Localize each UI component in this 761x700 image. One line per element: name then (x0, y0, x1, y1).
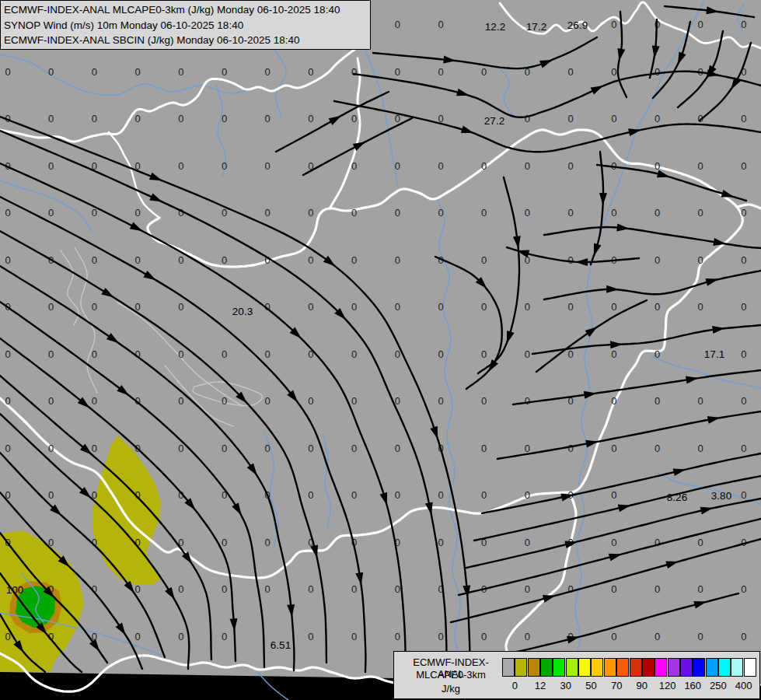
sbcin-zero-label: 0 (351, 66, 357, 78)
sbcin-zero-label: 0 (438, 160, 443, 172)
sbcin-zero-label: 0 (481, 348, 487, 360)
sbcin-zero-label: 0 (308, 254, 313, 266)
sbcin-zero-label: 0 (222, 207, 227, 219)
sbcin-zero-label: 0 (134, 113, 140, 124)
sbcin-zero-label: 0 (92, 207, 97, 219)
sbcin-zero-label: 0 (655, 254, 660, 266)
sbcin-zero-label: 0 (265, 160, 271, 172)
sbcin-zero-label: 0 (92, 348, 97, 360)
sbcin-zero-label: 0 (5, 348, 10, 360)
sbcin-zero-label: 0 (48, 160, 54, 172)
sbcin-zero-label: 0 (567, 443, 573, 454)
station-value-label: 26.9 (567, 19, 588, 31)
title-line-synop-wind: SYNOP Wind (m/s) 10m Monday 06-10-2025 1… (4, 18, 367, 33)
sbcin-zero-label: 0 (351, 348, 357, 360)
sbcin-zero-label: 0 (481, 160, 487, 172)
sbcin-zero-label: 0 (655, 443, 660, 454)
sbcin-zero-label: 0 (481, 254, 487, 266)
sbcin-zero-label: 0 (567, 113, 573, 124)
sbcin-zero-label: 0 (655, 301, 660, 313)
sbcin-zero-label: 0 (567, 160, 573, 172)
sbcin-zero-label: 0 (351, 207, 357, 219)
sbcin-zero-label: 0 (308, 395, 313, 407)
sbcin-zero-label: 0 (178, 254, 183, 266)
sbcin-zero-label: 0 (178, 113, 183, 124)
weather-map-canvas: 0000000000000000000000000000000000000000… (0, 0, 761, 700)
sbcin-zero-label: 0 (741, 489, 746, 501)
sbcin-zero-label: 0 (92, 254, 97, 266)
sbcin-zero-label: 0 (525, 631, 530, 642)
sbcin-zero-label: 0 (178, 395, 183, 407)
sbcin-zero-label: 0 (611, 489, 616, 501)
station-value-label: 27.2 (484, 115, 504, 127)
legend-swatch (744, 658, 756, 677)
sbcin-zero-label: 0 (48, 66, 54, 78)
sbcin-zero-label: 0 (351, 113, 357, 124)
sbcin-zero-label: 0 (741, 207, 746, 219)
sbcin-zero-label: 0 (222, 583, 227, 595)
sbcin-zero-label: 0 (308, 583, 313, 595)
sbcin-zero-label: 0 (222, 113, 227, 124)
sbcin-zero-label: 0 (308, 489, 313, 501)
sbcin-zero-label: 0 (698, 583, 703, 595)
sbcin-zero-label: 0 (265, 207, 271, 219)
sbcin-zero-label: 0 (5, 443, 10, 454)
sbcin-zero-label: 0 (308, 207, 313, 219)
sbcin-zero-label: 0 (265, 348, 271, 360)
legend-swatch (578, 658, 591, 677)
sbcin-zero-label: 0 (438, 631, 443, 642)
sbcin-zero-label: 0 (395, 207, 400, 219)
sbcin-zero-label: 0 (351, 160, 357, 172)
sbcin-zero-label: 0 (698, 395, 703, 407)
sbcin-zero-label: 0 (525, 207, 530, 219)
sbcin-zero-label: 0 (178, 301, 183, 313)
sbcin-zero-label: 0 (525, 443, 530, 454)
sbcin-zero-label: 0 (92, 66, 97, 78)
sbcin-zero-label: 0 (655, 113, 660, 124)
legend-swatch (731, 658, 743, 677)
legend-swatch (553, 658, 565, 677)
sbcin-zero-label: 0 (351, 254, 357, 266)
sbcin-zero-label: 0 (655, 583, 660, 595)
legend-swatch (604, 658, 616, 677)
sbcin-zero-label: 0 (222, 395, 227, 407)
sbcin-zero-label: 0 (222, 537, 227, 548)
sbcin-zero-label: 0 (698, 207, 703, 219)
sbcin-zero-label: 0 (5, 395, 10, 407)
sbcin-zero-label: 0 (308, 113, 313, 124)
sbcin-zero-label: 0 (655, 395, 660, 407)
sbcin-zero-label: 0 (698, 537, 703, 548)
sbcin-zero-label: 0 (48, 113, 54, 124)
sbcin-zero-label: 0 (5, 66, 10, 78)
sbcin-zero-label: 0 (48, 489, 54, 501)
sbcin-zero-label: 0 (741, 583, 746, 595)
legend-swatch (528, 658, 540, 677)
sbcin-zero-label: 0 (351, 395, 357, 407)
sbcin-zero-label: 0 (611, 207, 616, 219)
sbcin-zero-label: 0 (655, 537, 660, 548)
legend-swatch (693, 658, 705, 677)
station-value-label: 12.2 (485, 21, 505, 33)
sbcin-zero-label: 0 (655, 207, 660, 219)
sbcin-zero-label: 0 (655, 160, 660, 172)
sbcin-zero-label: 0 (741, 348, 746, 360)
sbcin-zero-label: 0 (741, 19, 746, 30)
sbcin-zero-label: 0 (525, 489, 530, 501)
sbcin-zero-label: 0 (525, 113, 530, 124)
sbcin-zero-label: 0 (438, 489, 443, 501)
sbcin-zero-label: 0 (611, 537, 616, 548)
sbcin-zero-label: 0 (611, 583, 616, 595)
sbcin-zero-label: 0 (92, 113, 97, 124)
sbcin-zero-label: 0 (698, 254, 703, 266)
sbcin-zero-label: 0 (741, 254, 746, 266)
sbcin-zero-label: 0 (481, 489, 487, 501)
sbcin-zero-label: 0 (308, 631, 313, 642)
sbcin-zero-label: 0 (351, 631, 357, 642)
sbcin-zero-label: 0 (525, 160, 530, 172)
sbcin-zero-label: 0 (525, 301, 530, 313)
weather-map-stage: 0000000000000000000000000000000000000000… (0, 0, 761, 700)
sbcin-zero-label: 0 (611, 631, 616, 642)
sbcin-zero-label: 0 (92, 443, 97, 454)
sbcin-zero-label: 0 (438, 395, 443, 407)
sbcin-zero-label: 0 (308, 443, 313, 454)
